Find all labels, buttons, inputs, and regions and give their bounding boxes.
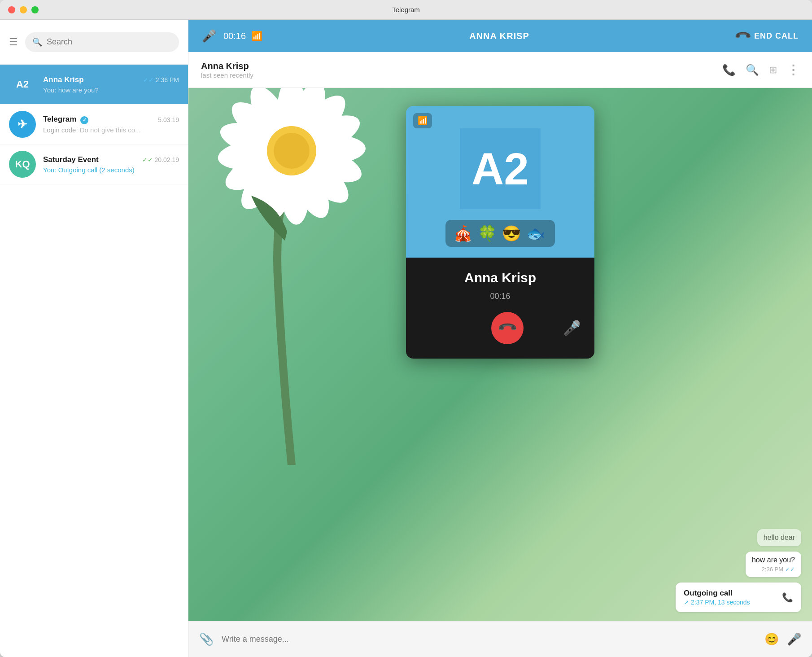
minimize-button[interactable]: [20, 6, 27, 13]
more-action-icon[interactable]: ⋮: [787, 62, 799, 77]
chat-time-saturday-event: ✓✓ 20.02.19: [142, 156, 179, 163]
end-call-phone-icon: 📞: [733, 26, 752, 45]
message-input-bar: 📎 😊 🎤: [188, 621, 812, 657]
chat-name-anna-krisp: Anna Krisp: [43, 75, 84, 84]
call-contact-name: ANNA KRISP: [469, 31, 529, 41]
menu-icon[interactable]: ☰: [9, 37, 18, 47]
message-text: hello dear: [764, 534, 795, 542]
outgoing-arrow-icon: ↗: [684, 599, 689, 606]
avatar-anna-krisp: A2: [9, 71, 36, 98]
call-overlay-card: 📶 A2 🎪 🍀 😎 🐟 Anna Krisp 00:: [406, 106, 594, 359]
microphone-icon[interactable]: 🎤: [787, 632, 801, 646]
window-title: Telegram: [392, 6, 420, 13]
chat-info-telegram: Telegram ✓ 5.03.19 Login code: Do not gi…: [43, 115, 179, 134]
attach-icon[interactable]: 📎: [199, 632, 214, 646]
chat-name-saturday-event: Saturday Event: [43, 155, 99, 164]
call-overlay-name: Anna Krisp: [464, 270, 536, 285]
verified-badge: ✓: [80, 116, 88, 124]
traffic-lights: [8, 6, 39, 13]
message-hello-dear: hello dear: [757, 529, 801, 546]
end-call-circle-button[interactable]: 📞: [491, 312, 524, 344]
message-time: 2:36 PM: [762, 566, 783, 573]
chat-top-telegram: Telegram ✓ 5.03.19: [43, 115, 179, 124]
chat-list: A2 Anna Krisp ✓✓ 2:36 PM You: how are yo…: [0, 65, 188, 657]
chat-header-name: Anna Krisp: [201, 61, 722, 71]
call-overlay-actions: 📞 🎤: [419, 312, 581, 344]
sidebar-header: ☰ 🔍: [0, 20, 188, 65]
message-checkmark-icon: ✓✓: [785, 566, 795, 573]
end-call-circle-icon: 📞: [497, 317, 518, 339]
search-icon: 🔍: [32, 37, 42, 47]
message-how-are-you: how are you? 2:36 PM ✓✓: [746, 552, 801, 577]
chat-preview-anna-krisp: You: how are you?: [43, 86, 179, 94]
search-bar[interactable]: 🔍: [25, 32, 179, 52]
chat-background: hello dear how are you? 2:36 PM ✓✓ Outg: [188, 88, 812, 621]
message-input[interactable]: [222, 635, 756, 644]
end-call-label: END CALL: [754, 31, 799, 41]
chat-preview-saturday-event: You: Outgoing call (2 seconds): [43, 166, 179, 174]
call-bar: 🎤 00:16 📶 ANNA KRISP 📞 END CALL: [188, 20, 812, 52]
chat-preview-telegram: Login code: Do not give this co...: [43, 126, 179, 134]
call-overlay-top: 📶 A2 🎪 🍀 😎 🐟: [406, 106, 594, 258]
call-overlay-signal-icon: 📶: [413, 113, 432, 128]
chat-top-anna-krisp: Anna Krisp ✓✓ 2:36 PM: [43, 75, 179, 84]
mute-icon[interactable]: 🎤: [563, 320, 581, 337]
search-input[interactable]: [47, 37, 172, 47]
phone-action-icon[interactable]: 📞: [722, 64, 736, 76]
checkmark-icon: ✓✓: [143, 76, 154, 83]
chat-time-anna-krisp: ✓✓ 2:36 PM: [143, 76, 179, 83]
chat-info-anna-krisp: Anna Krisp ✓✓ 2:36 PM You: how are you?: [43, 75, 179, 94]
call-emoji-row: 🎪 🍀 😎 🐟: [445, 220, 555, 247]
outgoing-call-title: Outgoing call: [684, 589, 776, 598]
outgoing-call-info: Outgoing call ↗ 2:37 PM, 13 seconds: [684, 589, 776, 606]
title-bar: Telegram: [0, 0, 812, 20]
sidebar: ☰ 🔍 A2 Anna Krisp ✓✓ 2:3: [0, 20, 188, 657]
app-window: Telegram ☰ 🔍 A2 Anna Krisp: [0, 0, 812, 657]
chat-header-actions: 📞 🔍 ⊞ ⋮: [722, 62, 799, 77]
chat-header-info: Anna Krisp last seen recently: [201, 61, 722, 79]
call-mic-icon: 🎤: [202, 29, 216, 43]
chat-top-saturday-event: Saturday Event ✓✓ 20.02.19: [43, 155, 179, 164]
chat-header-status: last seen recently: [201, 71, 722, 79]
chat-info-saturday-event: Saturday Event ✓✓ 20.02.19 You: Outgoing…: [43, 155, 179, 174]
close-button[interactable]: [8, 6, 15, 13]
emoji-1[interactable]: 🎪: [454, 224, 474, 242]
double-check-green-icon: ✓✓: [142, 156, 153, 163]
avatar-telegram: ✈: [9, 111, 36, 138]
call-timer: 00:16: [223, 31, 246, 41]
chat-time-telegram: 5.03.19: [158, 116, 179, 123]
emoji-4[interactable]: 🐟: [526, 224, 547, 242]
call-avatar-large: A2: [460, 128, 541, 209]
chat-item-telegram[interactable]: ✈ Telegram ✓ 5.03.19 Login code: Do not …: [0, 105, 188, 145]
message-text: how are you?: [752, 556, 795, 564]
chat-panel: 🎤 00:16 📶 ANNA KRISP 📞 END CALL Anna Kri…: [188, 20, 812, 657]
message-meta: 2:36 PM ✓✓: [752, 566, 795, 573]
chat-header: Anna Krisp last seen recently 📞 🔍 ⊞ ⋮: [188, 52, 812, 88]
message-outgoing-call: Outgoing call ↗ 2:37 PM, 13 seconds 📞: [676, 583, 801, 612]
emoji-picker-icon[interactable]: 😊: [764, 632, 779, 646]
outgoing-call-detail: ↗ 2:37 PM, 13 seconds: [684, 599, 776, 606]
maximize-button[interactable]: [31, 6, 39, 13]
emoji-3[interactable]: 😎: [502, 224, 523, 242]
end-call-button[interactable]: 📞 END CALL: [736, 30, 799, 42]
avatar-saturday-event: KQ: [9, 151, 36, 178]
call-phone-icon: 📞: [782, 592, 793, 603]
chat-item-anna-krisp[interactable]: A2 Anna Krisp ✓✓ 2:36 PM You: how are yo…: [0, 65, 188, 105]
messages-area: hello dear how are you? 2:36 PM ✓✓ Outg: [438, 520, 812, 621]
columns-action-icon[interactable]: ⊞: [769, 64, 777, 76]
call-overlay-timer: 00:16: [490, 292, 510, 301]
chat-item-saturday-event[interactable]: KQ Saturday Event ✓✓ 20.02.19 You: Outgo…: [0, 145, 188, 184]
search-action-icon[interactable]: 🔍: [746, 64, 759, 76]
main-content: ☰ 🔍 A2 Anna Krisp ✓✓ 2:3: [0, 20, 812, 657]
chat-name-telegram: Telegram ✓: [43, 115, 88, 124]
emoji-2[interactable]: 🍀: [478, 224, 498, 242]
call-signal-icon: 📶: [251, 31, 262, 41]
call-overlay-bottom: Anna Krisp 00:16 📞 🎤: [406, 258, 594, 359]
